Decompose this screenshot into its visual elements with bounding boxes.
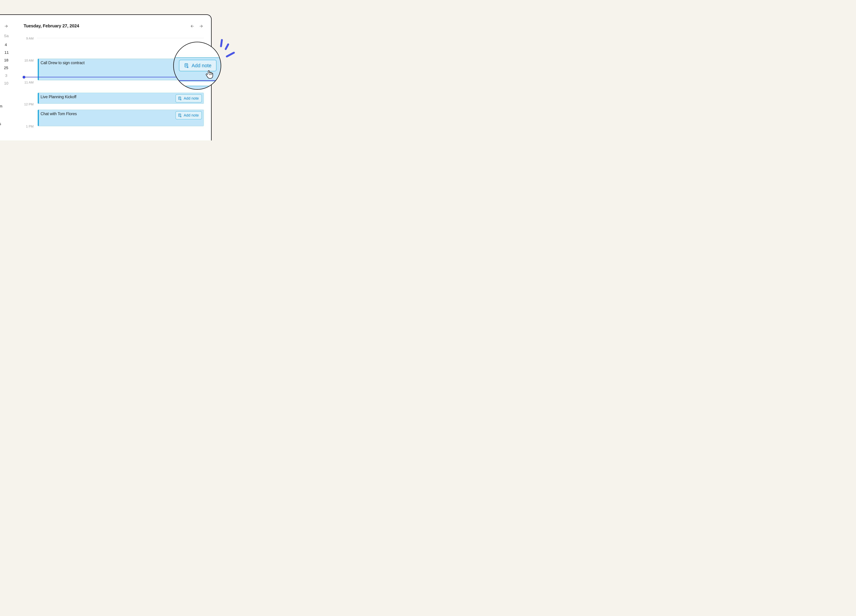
sidebar-text-fragment: m <box>0 104 2 109</box>
add-note-button[interactable]: Add note <box>176 111 202 120</box>
weekday-label: Sa <box>4 34 9 38</box>
arrow-left-icon <box>190 24 194 28</box>
mini-date[interactable]: 25 <box>4 66 8 70</box>
arrow-right-icon <box>199 24 203 28</box>
sidebar-text-fragment: s <box>0 122 1 126</box>
mini-date[interactable]: 10 <box>4 81 8 86</box>
mini-date[interactable]: 18 <box>4 58 8 63</box>
add-note-label: Add note <box>192 63 211 68</box>
calendar-header: Tuesday, February 27, 2024 <box>0 15 211 34</box>
note-add-icon <box>178 113 182 117</box>
accent-spark-icon <box>220 39 223 47</box>
date-nav <box>189 23 204 29</box>
note-add-icon <box>184 63 189 68</box>
magnifier-callout: Add note <box>173 42 221 90</box>
add-note-button-magnified[interactable]: Add note <box>179 60 217 71</box>
event-title: Chat with Tom Flores <box>41 112 77 116</box>
prev-day-button[interactable] <box>189 23 195 29</box>
event-block[interactable]: Live Planning Kickoff Add note <box>38 93 204 104</box>
date-title: Tuesday, February 27, 2024 <box>24 23 79 28</box>
time-label-9am: 9 AM <box>23 37 34 40</box>
now-indicator-line-magnified <box>174 80 221 81</box>
event-title: Live Planning Kickoff <box>41 95 76 99</box>
add-note-button[interactable]: Add note <box>176 94 202 103</box>
add-note-label: Add note <box>184 96 199 101</box>
time-label-11am: 11 AM <box>23 81 34 84</box>
time-label-10am: 10 AM <box>23 59 34 63</box>
accent-spark-icon <box>225 52 235 58</box>
event-title: Call Drew to sign contract <box>41 61 85 65</box>
mini-date[interactable]: 11 <box>5 50 9 55</box>
event-block[interactable]: Chat with Tom Flores Add note <box>38 110 204 126</box>
cursor-hand-icon <box>205 70 214 80</box>
add-note-label: Add note <box>184 113 199 118</box>
accent-spark-icon <box>225 43 229 50</box>
time-label-12pm: 12 PM <box>23 103 34 106</box>
next-day-button[interactable] <box>199 23 204 29</box>
mini-date[interactable]: 3 <box>5 74 8 78</box>
mini-date[interactable]: 4 <box>5 43 7 47</box>
time-label-1pm: 1 PM <box>23 124 34 128</box>
note-add-icon <box>178 96 182 100</box>
